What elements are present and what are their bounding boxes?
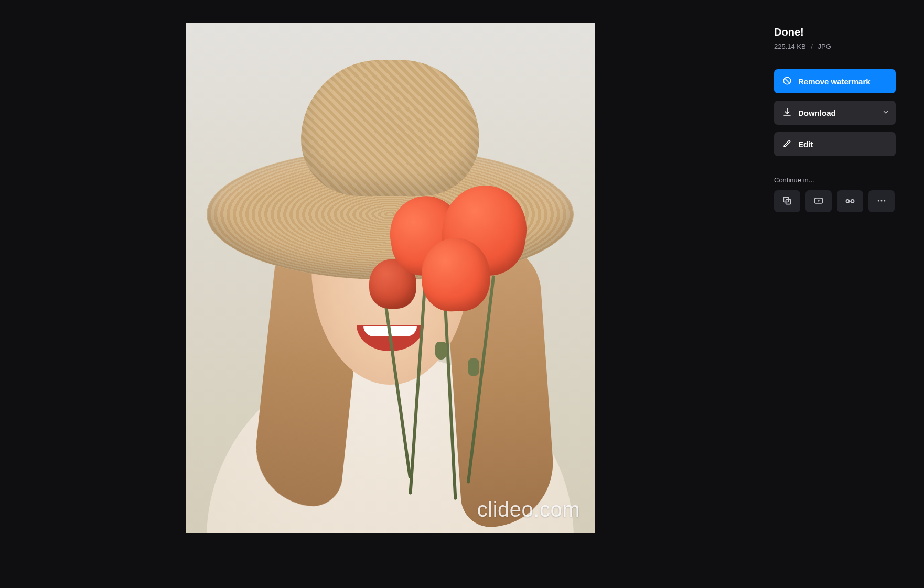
continue-label: Continue in... xyxy=(774,176,924,184)
edit-label: Edit xyxy=(798,140,813,149)
svg-point-11 xyxy=(881,200,883,201)
app-root: clideo.com Done! 225.14 KB / JPG Remove … xyxy=(0,0,924,588)
status-title: Done! xyxy=(774,26,924,38)
continue-tool-merge[interactable] xyxy=(774,190,800,212)
preview-area: clideo.com xyxy=(0,23,749,565)
sidebar: Done! 225.14 KB / JPG Remove watermark xyxy=(774,23,924,565)
watermark-text: clideo.com xyxy=(477,498,580,521)
continue-tool-video[interactable] xyxy=(805,190,832,212)
continue-tool-meme[interactable] xyxy=(837,190,863,212)
file-meta: 225.14 KB / JPG xyxy=(774,42,924,50)
no-symbol-icon xyxy=(782,76,792,87)
continue-row xyxy=(774,190,924,212)
video-icon xyxy=(813,195,824,208)
download-button[interactable]: Download xyxy=(774,101,875,125)
svg-line-1 xyxy=(785,78,790,83)
more-icon xyxy=(876,195,887,208)
pencil-icon xyxy=(782,139,792,150)
glasses-icon xyxy=(844,195,856,208)
edit-button[interactable]: Edit xyxy=(774,132,896,156)
download-label: Download xyxy=(798,108,836,117)
download-icon xyxy=(782,107,792,118)
download-options-button[interactable] xyxy=(875,101,896,125)
remove-watermark-button[interactable]: Remove watermark xyxy=(774,69,896,93)
overlap-squares-icon xyxy=(782,195,792,208)
preview-flowers xyxy=(385,180,553,495)
continue-tool-more[interactable] xyxy=(868,190,895,212)
svg-point-10 xyxy=(878,200,879,201)
download-button-group: Download xyxy=(774,101,896,125)
remove-watermark-label: Remove watermark xyxy=(798,77,871,86)
file-size: 225.14 KB xyxy=(774,42,806,50)
svg-point-12 xyxy=(884,200,885,201)
meta-separator: / xyxy=(811,42,813,50)
chevron-down-icon xyxy=(882,108,889,117)
image-preview: clideo.com xyxy=(186,23,595,533)
preview-hat-crown xyxy=(301,60,479,196)
file-format: JPG xyxy=(818,42,831,50)
svg-marker-7 xyxy=(818,200,820,201)
